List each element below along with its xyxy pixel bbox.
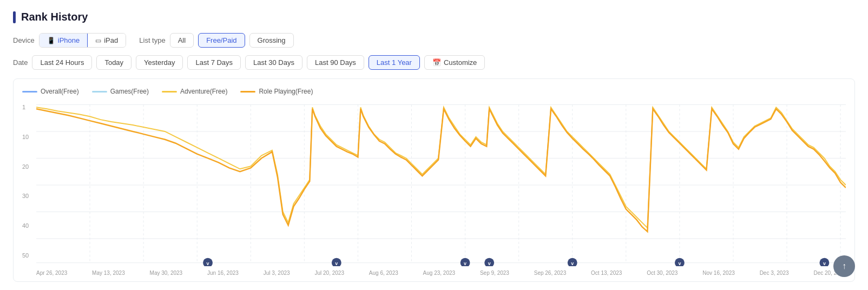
iphone-icon: 📱 [47,37,55,44]
date-row: Date Last 24 Hours Today Yesterday Last … [13,55,855,70]
svg-text:v: v [335,261,338,266]
chart-legend: Overall(Free) Games(Free) Adventure(Free… [22,88,846,95]
y-label-20: 20 [22,163,32,170]
x-label-13: Dec 3, 2023 [760,270,789,276]
svg-text:v: v [678,261,681,266]
chart-body: 1 10 20 30 40 50 [22,104,846,276]
y-label-30: 30 [22,193,32,199]
x-label-1: May 13, 2023 [92,270,125,276]
y-axis: 1 10 20 30 40 50 [22,104,36,276]
y-label-10: 10 [22,134,32,140]
legend-roleplaying: Role Playing(Free) [240,88,313,95]
legend-adventure: Adventure(Free) [162,88,227,95]
controls-row: Device 📱 iPhone ▭ iPad List type All Fre… [13,33,855,48]
page-title: Rank History [21,11,88,23]
date-last1year-button[interactable]: Last 1 Year [369,55,420,70]
legend-games: Games(Free) [92,88,149,95]
listtype-label: List type [139,36,165,44]
date-last90-button[interactable]: Last 90 Days [307,55,364,70]
x-label-11: Oct 30, 2023 [647,270,678,276]
calendar-icon: 📅 [432,58,441,67]
svg-text:v: v [823,261,826,266]
date-last24-button[interactable]: Last 24 Hours [32,55,92,70]
chart-plot: v v v v v v v Apr 26, 2023 [36,104,846,276]
legend-overall: Overall(Free) [22,88,79,95]
legend-overall-line [22,91,37,93]
upload-button[interactable]: ↑ [833,255,855,277]
page-container: Rank History Device 📱 iPhone ▭ iPad List… [0,0,868,290]
legend-roleplaying-line [240,91,255,93]
x-label-8: Sep 9, 2023 [480,270,509,276]
y-label-50: 50 [22,252,32,259]
listtype-control-group: List type All Free/Paid Grossing [139,33,293,48]
legend-adventure-line [162,91,177,93]
device-ipad-button[interactable]: ▭ iPad [88,34,126,47]
x-label-12: Nov 16, 2023 [702,270,735,276]
device-btn-group: 📱 iPhone ▭ iPad [39,33,127,48]
legend-games-line [92,91,107,93]
y-label-1: 1 [22,104,32,110]
customize-button[interactable]: 📅 Customize [424,55,485,70]
device-label: Device [13,36,35,44]
upload-icon: ↑ [842,261,846,271]
chart-container: Overall(Free) Games(Free) Adventure(Free… [13,78,855,282]
x-label-3: Jun 16, 2023 [207,270,239,276]
title-bar-accent [13,11,16,23]
date-yesterday-button[interactable]: Yesterday [136,55,183,70]
date-label: Date [13,58,28,67]
x-label-7: Aug 23, 2023 [423,270,456,276]
x-label-0: Apr 26, 2023 [36,270,67,276]
x-label-9: Sep 26, 2023 [534,270,567,276]
x-label-6: Aug 6, 2023 [369,270,398,276]
x-axis: Apr 26, 2023 May 13, 2023 May 30, 2023 J… [36,268,846,276]
ipad-icon: ▭ [95,37,101,44]
listtype-all-button[interactable]: All [170,33,194,48]
title-row: Rank History [13,11,855,23]
listtype-freepaid-button[interactable]: Free/Paid [198,33,245,48]
x-label-4: Jul 3, 2023 [264,270,290,276]
svg-text:v: v [488,261,491,266]
date-last30-button[interactable]: Last 30 Days [245,55,303,70]
date-last7-button[interactable]: Last 7 Days [187,55,241,70]
x-label-2: May 30, 2023 [150,270,183,276]
x-label-5: Jul 20, 2023 [314,270,344,276]
svg-text:v: v [207,261,209,266]
device-control-group: Device 📱 iPhone ▭ iPad [13,33,126,48]
listtype-grossing-button[interactable]: Grossing [249,33,294,48]
x-label-10: Oct 13, 2023 [591,270,622,276]
svg-text:v: v [464,261,466,266]
device-iphone-button[interactable]: 📱 iPhone [40,34,88,47]
chart-svg: v v v v v v v [36,104,846,266]
svg-text:v: v [571,261,574,266]
y-label-40: 40 [22,222,32,229]
date-today-button[interactable]: Today [96,55,131,70]
